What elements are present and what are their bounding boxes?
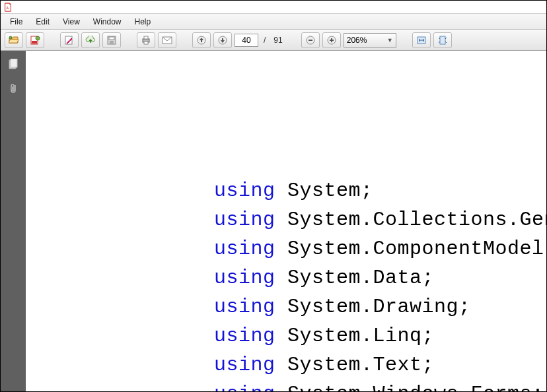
cloud-upload-icon: [85, 36, 96, 45]
menu-view[interactable]: View: [57, 15, 85, 28]
fit-page-button[interactable]: [433, 32, 452, 48]
document-content: using System; using System.Collections.G…: [26, 51, 546, 391]
create-pdf-button[interactable]: [26, 32, 44, 48]
svg-rect-11: [144, 42, 148, 44]
svg-rect-3: [32, 41, 37, 44]
menu-file[interactable]: File: [5, 15, 28, 28]
print-button[interactable]: [137, 32, 155, 48]
pdf-icon: A: [3, 3, 13, 12]
fit-page-icon: [437, 36, 448, 45]
plus-icon: [327, 36, 336, 45]
menu-bar: File Edit View Window Help: [1, 14, 546, 30]
menu-help[interactable]: Help: [129, 15, 157, 28]
page-up-button[interactable]: [192, 32, 211, 48]
chevron-down-icon: ▼: [387, 37, 393, 44]
save-icon: [106, 36, 117, 45]
svg-point-1: [9, 36, 12, 39]
menu-edit[interactable]: Edit: [30, 15, 55, 28]
code-line: using System.Drawing;: [214, 292, 546, 321]
code-line: using System.Data;: [214, 263, 546, 292]
print-icon: [141, 36, 151, 45]
code-line: using System.Windows.Forms;: [214, 379, 546, 391]
svg-rect-21: [440, 36, 445, 44]
zoom-out-button[interactable]: [301, 32, 320, 48]
minus-icon: [306, 36, 315, 45]
menu-window[interactable]: Window: [88, 15, 127, 28]
total-pages: 91: [271, 36, 285, 45]
svg-rect-23: [11, 59, 17, 67]
document-view[interactable]: using System; using System.Collections.G…: [26, 51, 546, 391]
code-line: using System.Text;: [214, 350, 546, 379]
zoom-select[interactable]: 206% ▼: [344, 33, 396, 48]
create-pdf-icon: [30, 36, 40, 45]
save-button[interactable]: [102, 32, 121, 48]
open-folder-button[interactable]: [5, 32, 23, 48]
svg-rect-19: [331, 38, 332, 42]
code-line: using System;: [214, 176, 546, 205]
toolbar: / 91 206% ▼: [1, 30, 546, 51]
arrow-down-icon: [218, 36, 227, 45]
svg-rect-7: [109, 37, 114, 40]
title-bar: A: [1, 1, 546, 14]
code-line: using System.Collections.Gene: [214, 205, 546, 234]
zoom-value: 206%: [347, 36, 367, 45]
email-button[interactable]: [158, 32, 176, 48]
svg-rect-10: [144, 36, 148, 39]
code-line: using System.Linq;: [214, 321, 546, 350]
code-line: using System.ComponentModel;: [214, 234, 546, 263]
page-separator: /: [261, 36, 268, 45]
fit-width-button[interactable]: [412, 32, 431, 48]
svg-text:A: A: [6, 5, 9, 9]
edit-button[interactable]: [60, 32, 79, 48]
page-down-button[interactable]: [213, 32, 232, 48]
upload-button[interactable]: [81, 32, 100, 48]
current-page-input[interactable]: [235, 34, 258, 47]
side-panel: [1, 51, 26, 391]
folder-open-icon: [9, 36, 19, 45]
edit-page-icon: [64, 36, 75, 45]
arrow-up-icon: [197, 36, 206, 45]
svg-point-4: [36, 36, 40, 40]
zoom-in-button[interactable]: [322, 32, 341, 48]
paperclip-icon: [8, 82, 18, 94]
envelope-icon: [162, 36, 172, 44]
pages-icon: [7, 59, 19, 71]
attachments-panel-button[interactable]: [6, 81, 20, 96]
fit-width-icon: [416, 36, 427, 45]
main-area: using System; using System.Collections.G…: [1, 51, 546, 391]
svg-rect-8: [110, 41, 114, 44]
pages-panel-button[interactable]: [6, 57, 20, 72]
svg-rect-16: [309, 40, 312, 41]
